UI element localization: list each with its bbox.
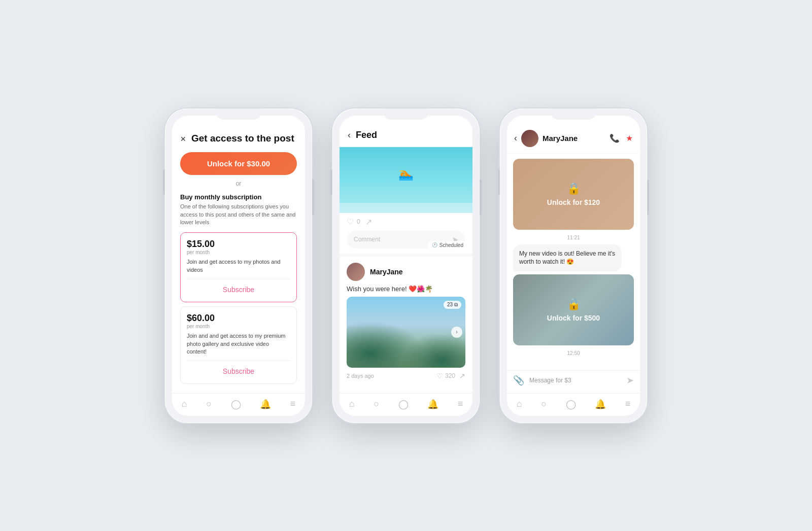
unlock-button[interactable]: Unlock for $30.00 [180,152,297,175]
subscription-tier2[interactable]: $60.00 per month Join and and get access… [180,306,297,384]
message-input[interactable]: Message for $3 [529,377,621,384]
nav-menu-icon-2[interactable]: ≡ [458,399,463,409]
share-button-1[interactable]: ↗ [365,217,372,227]
send-message-button[interactable]: ➤ [626,375,634,386]
tier1-desc: Join and get access to my photos and vid… [187,258,290,274]
bottom-nav-2: ⌂ ○ ◯ 🔔 ≡ [340,393,472,416]
nav-menu-icon-3[interactable]: ≡ [625,399,631,409]
tier2-price: $60.00 [187,313,290,324]
phone-2: ‹ Feed 🏊 🕐 Scheduled [332,109,480,423]
nav-bell-icon-2[interactable]: 🔔 [427,399,438,410]
post-username: MaryJane [370,268,403,276]
nav-bell-icon-3[interactable]: 🔔 [595,399,606,410]
post-image: 23 ⧉ › [347,297,465,368]
unlock-price-1: Unlock for $120 [547,198,600,206]
notch-3 [551,109,596,120]
stack-icon: ⧉ [454,302,458,308]
tier2-subscribe-button[interactable]: Subscribe [187,365,290,377]
page-title: Get access to the post [191,133,294,145]
chat-content: 🔒 Unlock for $120 11:21 My new video is … [507,154,640,370]
back-icon[interactable]: ‹ [348,130,351,140]
scheduled-image: 🏊 [340,147,472,213]
timestamp-1: 11:21 [513,235,634,240]
chat-avatar [521,130,538,147]
nav-home-icon-3[interactable]: ⌂ [517,399,522,409]
post-text: Wish you were here! ❤️🌺🌴 [347,285,465,293]
post-like-count: 320 [445,372,455,379]
post-actions-1: ♡ 0 ↗ [340,213,472,231]
locked-media-1[interactable]: 🔒 Unlock for $120 [513,159,634,230]
nav-bell-icon[interactable]: 🔔 [260,399,271,410]
feed-content: 🏊 🕐 Scheduled ♡ 0 ↗ Comment [340,147,472,393]
tier1-period: per month [187,250,290,255]
nav-profile-icon[interactable]: ○ [206,399,212,409]
phone-call-icon[interactable]: 📞 [610,133,620,143]
tier1-price: $15.00 [187,239,290,250]
post-timestamp: 2 days ago [347,373,436,379]
phone2-header: ‹ Feed [340,116,472,147]
feed-title: Feed [356,130,377,140]
subscription-title: Buy monthly subscription [180,193,297,201]
back-icon-3[interactable]: ‹ [514,133,517,144]
like-button-1[interactable]: ♡ [347,217,354,227]
tier2-period: per month [187,324,290,329]
image-count-badge: 23 ⧉ [444,301,461,309]
message-input-bar: 📎 Message for $3 ➤ [507,370,640,393]
chat-bubble: My new video is out! Believe me it's wor… [513,244,622,272]
nav-chat-icon[interactable]: ◯ [231,399,241,410]
next-image-button[interactable]: › [451,327,462,338]
avatar [347,263,365,281]
attach-icon[interactable]: 📎 [513,375,524,386]
or-divider: or [180,180,297,187]
subscription-desc: One of the following subscriptions gives… [180,203,297,226]
phone3-header: ‹ MaryJane 📞 ★ [507,116,640,154]
post-share-button[interactable]: ↗ [459,372,465,380]
phone-3: ‹ MaryJane 📞 ★ 🔒 Unlock for $120 11:21 M… [500,109,647,423]
tier2-desc: Join and and get access to my premium ph… [187,332,290,356]
nav-profile-icon-3[interactable]: ○ [541,399,547,409]
timestamp-2: 12:50 [513,350,634,356]
nav-chat-icon-3[interactable]: ◯ [566,399,576,410]
lock-icon-2: 🔒 [567,298,581,311]
star-icon[interactable]: ★ [626,133,633,143]
chat-username: MaryJane [543,134,610,143]
bottom-nav-3: ⌂ ○ ◯ 🔔 ≡ [507,393,640,416]
nav-menu-icon[interactable]: ≡ [290,399,296,409]
subscription-tier1[interactable]: $15.00 per month Join and get access to … [180,232,297,302]
user-post: MaryJane Wish you were here! ❤️🌺🌴 23 ⧉ ›… [340,257,472,383]
locked-media-2[interactable]: 🔒 Unlock for $500 [513,274,634,345]
unlock-price-2: Unlock for $500 [547,314,600,322]
nav-home-icon[interactable]: ⌂ [182,399,187,409]
post-like-button[interactable]: ♡ 320 [436,372,455,380]
nav-profile-icon-2[interactable]: ○ [374,399,379,409]
notch-1 [216,109,261,120]
like-count-1: 0 [357,218,360,225]
phone1-header: ✕ Get access to the post [180,133,297,145]
clock-icon: 🕐 [432,242,437,247]
post-footer: 2 days ago ♡ 320 ↗ [347,368,465,383]
scheduled-badge: 🕐 Scheduled [428,241,467,250]
notch-2 [383,109,429,120]
bottom-nav-1: ⌂ ○ ◯ 🔔 ≡ [172,393,305,416]
scheduled-post: 🏊 🕐 Scheduled ♡ 0 ↗ Comment [340,147,472,254]
tier1-subscribe-button[interactable]: Subscribe [187,284,290,296]
nav-home-icon-2[interactable]: ⌂ [349,399,355,409]
phone-1: ✕ Get access to the post Unlock for $30.… [165,109,312,423]
heart-icon: ♡ [436,372,443,380]
nav-chat-icon-2[interactable]: ◯ [398,399,409,410]
user-post-header: MaryJane [347,263,465,281]
close-icon[interactable]: ✕ [180,135,186,143]
lock-icon-1: 🔒 [567,182,581,195]
